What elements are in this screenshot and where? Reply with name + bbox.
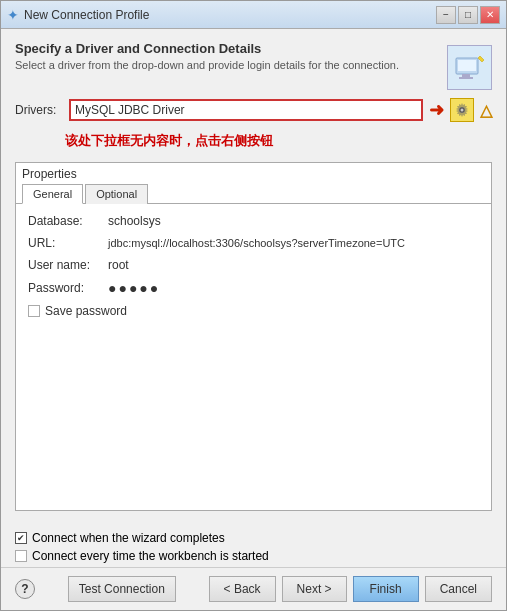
tab-optional[interactable]: Optional <box>85 184 148 204</box>
back-button[interactable]: < Back <box>209 576 276 602</box>
url-row: URL: jdbc:mysql://localhost:3306/schools… <box>28 236 479 250</box>
hint-text: 该处下拉框无内容时，点击右侧按钮 <box>65 132 492 150</box>
password-value: ●●●●● <box>108 280 160 296</box>
url-label: URL: <box>28 236 108 250</box>
properties-label: Properties <box>16 163 491 183</box>
url-value: jdbc:mysql://localhost:3306/schoolsys?se… <box>108 237 405 249</box>
header-area: Specify a Driver and Connection Details … <box>15 41 492 90</box>
save-password-checkbox[interactable] <box>28 305 40 317</box>
window-icon: ✦ <box>7 7 19 23</box>
svg-rect-2 <box>462 74 470 77</box>
database-label: Database: <box>28 214 108 228</box>
tab-content-general: Database: schoolsys URL: jdbc:mysql://lo… <box>16 204 491 510</box>
footer: ? Test Connection < Back Next > Finish C… <box>1 567 506 610</box>
connection-icon <box>454 52 486 84</box>
footer-left: ? <box>15 579 35 599</box>
connect-when-checkbox[interactable]: ✔ <box>15 532 27 544</box>
maximize-button[interactable]: □ <box>458 6 478 24</box>
svg-marker-4 <box>478 56 484 62</box>
bottom-options: ✔ Connect when the wizard completes Conn… <box>1 523 506 567</box>
driver-input[interactable] <box>69 99 423 121</box>
password-row: Password: ●●●●● <box>28 280 479 296</box>
password-label: Password: <box>28 281 108 295</box>
cancel-button[interactable]: Cancel <box>425 576 492 602</box>
section-desc: Select a driver from the drop-down and p… <box>15 58 439 73</box>
save-password-row: Save password <box>28 304 479 318</box>
header-icon <box>447 45 492 90</box>
driver-row: Drivers: ➜ △ <box>15 98 492 122</box>
driver-arrow-icon: ➜ <box>429 99 444 121</box>
footer-right-group: Test Connection <box>68 576 176 602</box>
username-label: User name: <box>28 258 108 272</box>
section-title: Specify a Driver and Connection Details <box>15 41 439 56</box>
titlebar: ✦ New Connection Profile − □ ✕ <box>1 1 506 29</box>
warning-icon: △ <box>480 101 492 120</box>
next-button[interactable]: Next > <box>282 576 347 602</box>
titlebar-left: ✦ New Connection Profile <box>7 7 149 23</box>
help-button[interactable]: ? <box>15 579 35 599</box>
window-title: New Connection Profile <box>24 8 149 22</box>
connect-when-label: Connect when the wizard completes <box>32 531 225 545</box>
connect-when-row: ✔ Connect when the wizard completes <box>15 531 492 545</box>
main-content: Specify a Driver and Connection Details … <box>1 29 506 523</box>
svg-point-7 <box>461 109 464 112</box>
database-value: schoolsys <box>108 214 161 228</box>
gear-icon <box>454 102 470 118</box>
username-row: User name: root <box>28 258 479 272</box>
minimize-button[interactable]: − <box>436 6 456 24</box>
header-text: Specify a Driver and Connection Details … <box>15 41 439 79</box>
connect-every-label: Connect every time the workbench is star… <box>32 549 269 563</box>
tab-general[interactable]: General <box>22 184 83 204</box>
connect-every-checkbox[interactable] <box>15 550 27 562</box>
driver-gear-button[interactable] <box>450 98 474 122</box>
svg-rect-1 <box>458 60 476 71</box>
tabs-container: General Optional <box>16 183 491 204</box>
test-connection-button[interactable]: Test Connection <box>68 576 176 602</box>
main-window: ✦ New Connection Profile − □ ✕ Specify a… <box>0 0 507 611</box>
username-value: root <box>108 258 129 272</box>
connect-every-row: Connect every time the workbench is star… <box>15 549 492 563</box>
driver-label: Drivers: <box>15 103 63 117</box>
finish-button[interactable]: Finish <box>353 576 419 602</box>
database-row: Database: schoolsys <box>28 214 479 228</box>
close-button[interactable]: ✕ <box>480 6 500 24</box>
footer-nav-buttons: < Back Next > Finish Cancel <box>209 576 492 602</box>
properties-box: Properties General Optional Database: sc… <box>15 162 492 511</box>
titlebar-buttons: − □ ✕ <box>436 6 500 24</box>
save-password-label: Save password <box>45 304 127 318</box>
svg-rect-3 <box>459 77 473 79</box>
